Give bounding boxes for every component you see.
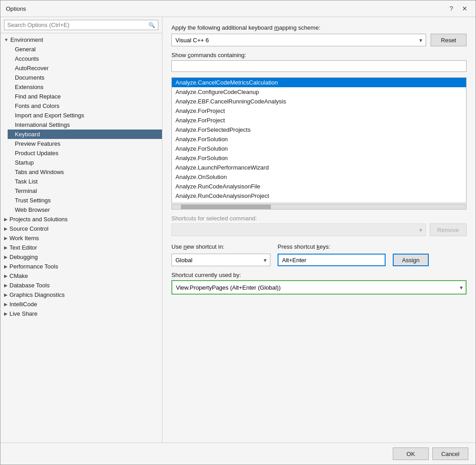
shortcuts-dropdown[interactable] <box>171 224 426 236</box>
search-input[interactable] <box>7 22 148 28</box>
global-dropdown-wrap: Global <box>171 254 270 266</box>
use-new-shortcut-col: Use new shortcut in: Global <box>171 243 270 266</box>
performance-tools-arrow: ▶ <box>4 264 8 269</box>
show-commands-input[interactable] <box>171 60 467 72</box>
sidebar-item-tabs-windows[interactable]: Tabs and Windows <box>8 167 162 177</box>
graphics-diagnostics-arrow: ▶ <box>4 292 8 297</box>
shortcut-used-section: Shortcut currently used by: View.Propert… <box>171 272 467 295</box>
tree-group-graphics-diagnostics[interactable]: ▶ Graphics Diagnostics <box>0 290 162 300</box>
assign-col: x Assign <box>393 243 429 266</box>
shortcuts-label: Shortcuts for selected command: <box>171 215 467 222</box>
command-item-13[interactable]: Analyze.RunCodeAnalysisonTarget <box>172 201 466 203</box>
tree-group-performance-tools[interactable]: ▶ Performance Tools <box>0 262 162 271</box>
commands-section: Show commands containing: <box>171 52 467 72</box>
content-area: 🔍 ▼ Environment General Accounts AutoRec… <box>0 17 476 443</box>
new-shortcut-section: Use new shortcut in: Global Press shortc… <box>171 243 467 266</box>
sidebar-item-product-updates[interactable]: Product Updates <box>8 148 162 158</box>
command-item-12[interactable]: Analyze.RunCodeAnalysisonProject <box>172 191 466 201</box>
text-editor-label: Text Editor <box>9 244 37 251</box>
command-item-6[interactable]: Analyze.ForSolution <box>172 134 466 144</box>
sidebar-item-task-list[interactable]: Task List <box>8 177 162 186</box>
command-item-1[interactable]: Analyze.ConfigureCodeCleanup <box>172 87 466 97</box>
title-bar: Options ? ✕ <box>0 0 476 17</box>
commands-listbox[interactable]: Analyze.CancelCodeMetricsCalculation Ana… <box>171 77 467 203</box>
tree-group-source-control[interactable]: ▶ Source Control <box>0 224 162 233</box>
tree-group-debugging[interactable]: ▶ Debugging <box>0 252 162 262</box>
search-icon: 🔍 <box>148 22 155 28</box>
scheme-dropdown[interactable]: Visual C++ 6 <box>171 34 426 46</box>
shortcut-used-label: Shortcut currently used by: <box>171 272 467 278</box>
command-item-11[interactable]: Analyze.RunCodeAnalysisonFile <box>172 182 466 191</box>
tree-group-live-share[interactable]: ▶ Live Share <box>0 309 162 318</box>
use-new-shortcut-label: Use new shortcut in: <box>171 243 270 250</box>
tree-group-projects-solutions[interactable]: ▶ Projects and Solutions <box>0 215 162 224</box>
command-item-5[interactable]: Analyze.ForSelectedProjects <box>172 125 466 134</box>
command-item-0[interactable]: Analyze.CancelCodeMetricsCalculation <box>172 78 466 87</box>
command-item-4[interactable]: Analyze.ForProject <box>172 116 466 125</box>
sidebar-item-startup[interactable]: Startup <box>8 158 162 167</box>
environment-children: General Accounts AutoRecover Documents E… <box>0 45 162 215</box>
shortcut-used-dropdown[interactable]: View.PropertyPages (Alt+Enter (Global)) <box>171 280 467 295</box>
source-control-label: Source Control <box>9 225 49 232</box>
command-item-3[interactable]: Analyze.ForProject <box>172 106 466 116</box>
close-button[interactable]: ✕ <box>459 4 470 13</box>
sidebar-item-autorecover[interactable]: AutoRecover <box>8 63 162 73</box>
debugging-arrow: ▶ <box>4 255 8 259</box>
remove-button[interactable]: Remove <box>430 224 467 236</box>
shortcut-used-wrap: View.PropertyPages (Alt+Enter (Global)) <box>171 280 467 295</box>
tree-group-work-items[interactable]: ▶ Work Items <box>0 233 162 243</box>
sidebar-item-terminal[interactable]: Terminal <box>8 186 162 196</box>
tree-group-cmake[interactable]: ▶ CMake <box>0 271 162 281</box>
sidebar-item-fonts-colors[interactable]: Fonts and Colors <box>8 101 162 111</box>
sidebar-item-find-replace[interactable]: Find and Replace <box>8 92 162 101</box>
tree-group-database-tools[interactable]: ▶ Database Tools <box>0 281 162 290</box>
sidebar-item-keyboard[interactable]: Keyboard <box>8 130 162 139</box>
shortcuts-section: Shortcuts for selected command: Remove <box>171 215 467 236</box>
command-item-2[interactable]: Analyze.EBF.CancelRunningCodeAnalysis <box>172 97 466 106</box>
press-shortcut-label: Press shortcut keys: <box>278 243 386 250</box>
commands-hscrollbar-thumb <box>181 205 271 209</box>
debugging-label: Debugging <box>9 254 38 260</box>
tree-area[interactable]: ▼ Environment General Accounts AutoRecov… <box>0 33 162 443</box>
sidebar-item-trust-settings[interactable]: Trust Settings <box>8 196 162 205</box>
command-item-10[interactable]: Analyze.OnSolution <box>172 172 466 182</box>
sidebar-item-accounts[interactable]: Accounts <box>8 54 162 63</box>
global-dropdown[interactable]: Global <box>171 254 270 266</box>
shortcuts-row: Remove <box>171 224 467 236</box>
assign-button[interactable]: Assign <box>393 254 429 266</box>
source-control-arrow: ▶ <box>4 226 8 231</box>
cmake-arrow: ▶ <box>4 273 8 278</box>
intellicode-label: IntelliCode <box>9 301 37 308</box>
scheme-section: Apply the following additional keyboard … <box>171 24 467 46</box>
help-button[interactable]: ? <box>447 4 456 13</box>
projects-solutions-label: Projects and Solutions <box>9 216 67 223</box>
press-shortcut-col: Press shortcut keys: <box>278 243 386 266</box>
sidebar-item-general[interactable]: General <box>8 45 162 54</box>
tree-group-intellicode[interactable]: ▶ IntelliCode <box>0 300 162 309</box>
commands-hscrollbar[interactable] <box>171 204 467 210</box>
command-item-7[interactable]: Analyze.ForSolution <box>172 144 466 153</box>
sidebar-item-extensions[interactable]: Extensions <box>8 82 162 92</box>
ok-button[interactable]: OK <box>393 447 429 460</box>
tree-group-environment[interactable]: ▼ Environment <box>0 35 162 45</box>
environment-arrow: ▼ <box>4 37 9 42</box>
shortcut-keys-input[interactable] <box>278 254 386 266</box>
command-item-9[interactable]: Analyze.LaunchPerformanceWizard <box>172 163 466 172</box>
scheme-dropdown-wrap: Visual C++ 6 <box>171 34 426 46</box>
sidebar-item-web-browser[interactable]: Web Browser <box>8 205 162 215</box>
live-share-arrow: ▶ <box>4 311 8 316</box>
command-item-8[interactable]: Analyze.ForSolution <box>172 153 466 163</box>
sidebar-item-documents[interactable]: Documents <box>8 73 162 82</box>
shortcuts-dropdown-wrap <box>171 224 426 236</box>
dialog-title: Options <box>6 5 26 12</box>
live-share-label: Live Share <box>9 310 37 317</box>
commands-list-section: Analyze.CancelCodeMetricsCalculation Ana… <box>171 77 467 210</box>
sidebar-item-import-export[interactable]: Import and Export Settings <box>8 111 162 120</box>
cancel-button[interactable]: Cancel <box>432 447 468 460</box>
reset-button[interactable]: Reset <box>431 34 467 46</box>
sidebar-item-preview-features[interactable]: Preview Features <box>8 139 162 148</box>
text-editor-arrow: ▶ <box>4 245 8 250</box>
sidebar-item-international[interactable]: International Settings <box>8 120 162 130</box>
tree-group-text-editor[interactable]: ▶ Text Editor <box>0 243 162 252</box>
right-panel: Apply the following additional keyboard … <box>162 17 476 443</box>
